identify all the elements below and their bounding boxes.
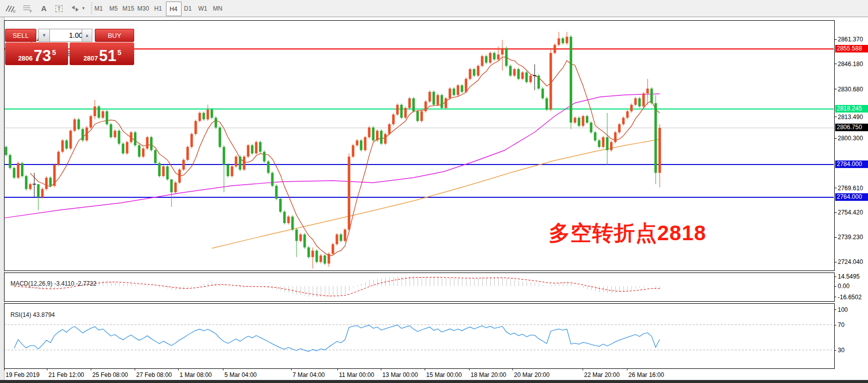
candle[interactable] [13,167,16,179]
candle[interactable] [360,139,363,151]
candle[interactable] [614,131,617,143]
candle[interactable] [449,87,451,100]
volume-input[interactable] [49,29,85,42]
candle[interactable] [526,71,528,84]
candle[interactable] [45,176,48,190]
candle[interactable] [70,129,72,150]
candle[interactable] [348,153,351,231]
candle[interactable] [66,139,68,150]
candle[interactable] [433,90,435,106]
candle[interactable] [396,103,399,116]
candle[interactable] [332,243,334,255]
candle[interactable] [441,93,443,109]
candle[interactable] [259,141,262,153]
candle[interactable] [275,184,278,200]
candle[interactable] [211,108,213,119]
candle[interactable] [126,141,129,155]
candle[interactable] [610,141,613,152]
candle[interactable] [590,121,593,134]
bid-price-panel[interactable]: 2806 73 5 [5,42,68,65]
candle[interactable] [239,155,242,171]
candle[interactable] [142,147,145,158]
candle[interactable] [154,149,157,165]
candle[interactable] [49,176,52,187]
candle[interactable] [618,123,621,134]
candle[interactable] [5,145,8,156]
candle[interactable] [409,97,411,110]
candle[interactable] [578,116,581,127]
candle[interactable] [376,129,379,142]
candle[interactable] [247,144,250,158]
candle[interactable] [400,103,403,119]
candle[interactable] [364,136,367,151]
candle[interactable] [477,65,480,77]
candle[interactable] [231,165,234,178]
candle[interactable] [187,145,189,161]
candle[interactable] [352,144,355,158]
candle[interactable] [517,68,520,80]
candle[interactable] [554,43,556,54]
candle[interactable] [86,126,88,142]
candle[interactable] [336,233,338,246]
candle[interactable] [404,106,407,119]
candle[interactable] [227,163,229,178]
candle[interactable] [191,133,193,148]
candle[interactable] [542,87,544,100]
candle[interactable] [489,51,492,64]
candle[interactable] [162,165,165,178]
candle[interactable] [324,254,326,265]
candle[interactable] [457,84,459,96]
candle[interactable] [481,54,484,67]
candle[interactable] [175,181,177,194]
candle[interactable] [437,93,439,106]
candle[interactable] [150,136,153,151]
candle[interactable] [263,150,266,163]
candle[interactable] [594,131,597,142]
candle[interactable] [41,188,44,199]
candle[interactable] [304,233,306,249]
candle[interactable] [546,97,548,111]
candle[interactable] [53,163,56,188]
candle[interactable] [199,112,201,123]
candle[interactable] [429,90,431,103]
candle[interactable] [146,136,149,150]
candle[interactable] [98,105,100,119]
candle[interactable] [62,139,64,153]
candle[interactable] [651,87,653,105]
candle[interactable] [122,142,125,155]
candle[interactable] [384,133,387,145]
candle[interactable] [582,115,585,127]
candle[interactable] [413,97,415,113]
chart-text-annotation[interactable]: 多空转折点2818 [549,219,706,247]
candle[interactable] [158,161,161,177]
candle[interactable] [235,155,238,168]
candle[interactable] [316,249,318,263]
candle[interactable] [570,35,572,129]
volume-decrease-button[interactable]: ▼ [38,29,50,42]
volume-increase-button[interactable]: ▲ [82,29,92,42]
candle[interactable] [179,168,181,184]
ask-price-panel[interactable]: 2807 51 5 [70,42,134,65]
candle[interactable] [505,46,508,67]
candle[interactable] [219,126,221,148]
candle[interactable] [308,246,310,258]
buy-button[interactable]: BUY [95,29,134,42]
candle[interactable] [279,197,282,213]
candle[interactable] [134,131,137,146]
candle[interactable] [602,136,605,148]
candle[interactable] [21,161,24,177]
candle[interactable] [538,74,540,90]
candle[interactable] [74,118,76,132]
candle[interactable] [243,155,246,171]
candle[interactable] [292,215,294,231]
candle[interactable] [25,175,28,190]
candle[interactable] [90,115,92,129]
candle[interactable] [639,97,641,108]
candle[interactable] [183,158,185,171]
candle[interactable] [469,68,472,80]
candle[interactable] [344,228,346,242]
candle[interactable] [106,110,108,126]
candle[interactable] [130,131,133,143]
candle[interactable] [267,160,270,174]
candle[interactable] [417,110,419,123]
